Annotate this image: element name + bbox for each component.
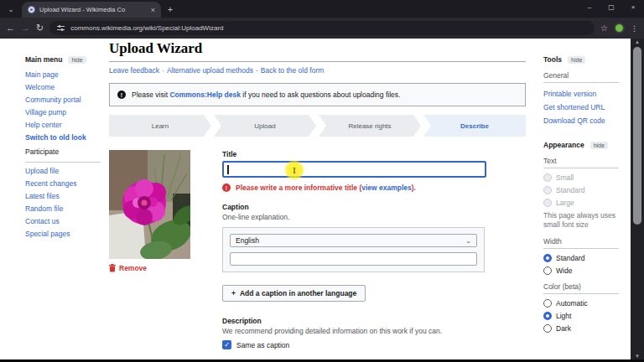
appearance-hide-button[interactable]: hide (590, 142, 608, 149)
sidebar-item-latest-files[interactable]: Latest files (25, 190, 106, 203)
step-upload[interactable]: Upload (214, 115, 316, 137)
url-bar[interactable]: commons.wikimedia.org/wiki/Special:Uploa… (49, 21, 595, 35)
sidebar-divider (25, 162, 101, 163)
back-to-old-form-link[interactable]: Back to the old form (261, 66, 325, 75)
browser-tab[interactable]: Upload Wizard - Wikimedia Co × (22, 2, 161, 18)
tab-close-icon[interactable]: × (151, 6, 155, 14)
wikimedia-favicon-icon (28, 6, 35, 13)
error-text: Please write a more informative title (v… (236, 184, 416, 192)
main-menu-hide-button[interactable]: hide (68, 56, 86, 64)
ibeam-cursor-icon: I (293, 166, 295, 175)
sidebar-item-village-pump[interactable]: Village pump (25, 106, 106, 119)
help-desk-link[interactable]: Commons:Help desk (169, 90, 241, 99)
vertical-scrollbar[interactable]: ▲ ▼ (631, 39, 644, 359)
reload-button[interactable]: ↻ (36, 23, 44, 33)
caption-help: One-line explanation. (222, 213, 486, 221)
caption-panel: English ⌄ (222, 227, 485, 272)
chevron-down-icon: ⌄ (465, 237, 471, 245)
width-option-standard[interactable]: Standard (543, 253, 627, 262)
view-examples-link[interactable]: view examples (361, 184, 412, 192)
sidebar-item-community-portal[interactable]: Community portal (25, 94, 106, 106)
radio-width-standard[interactable] (543, 254, 552, 262)
screen: ⌄ Upload Wizard - Wikimedia Co × + – ▢ ×… (0, 0, 644, 362)
describe-form: Title I ! Please write a more informativ… (222, 150, 486, 359)
title-input[interactable]: I (222, 161, 486, 178)
main-menu-title: Main menu (25, 55, 62, 64)
window-controls: – ▢ × (579, 0, 644, 13)
scrollbar-thumb[interactable] (633, 47, 641, 225)
sidebar-item-switch-old-look[interactable]: Switch to old look (25, 132, 106, 144)
sidebar-item-welcome[interactable]: Welcome (25, 81, 106, 94)
main-column: Upload Wizard Leave feedback·Alternative… (109, 40, 526, 359)
maximize-button[interactable]: ▢ (600, 0, 622, 13)
caption-language-select[interactable]: English ⌄ (230, 234, 477, 247)
appearance-section-color: Color (beta) (543, 282, 619, 294)
text-size-note: This page always uses small font size (543, 211, 615, 230)
color-option-automatic[interactable]: Automatic (543, 298, 627, 308)
step-describe[interactable]: Describe (423, 115, 526, 137)
error-text-pre: Please write a more informative title ( (236, 184, 361, 192)
new-tab-button[interactable]: + (161, 4, 179, 14)
download-qr-code-link[interactable]: Download QR code (543, 114, 627, 127)
trash-icon (109, 264, 116, 272)
browser-menu-icon[interactable]: ⋮ (631, 24, 638, 33)
tab-search-button[interactable]: ⌄ (0, 0, 22, 18)
close-button[interactable]: × (622, 0, 644, 13)
text-size-option-small: Small (543, 173, 627, 182)
radio-color-light[interactable] (543, 312, 552, 320)
sidebar-item-recent-changes[interactable]: Recent changes (25, 178, 106, 190)
notice-text-pre: Please visit (132, 90, 168, 99)
minimize-button[interactable]: – (579, 0, 600, 13)
radio-width-wide[interactable] (543, 266, 552, 275)
radio-color-dark[interactable] (543, 324, 552, 333)
printable-version-link[interactable]: Printable version (543, 87, 627, 101)
color-option-light[interactable]: Light (543, 311, 627, 320)
text-size-option-large: Large (543, 198, 627, 207)
radio-width-wide-label: Wide (556, 266, 572, 275)
left-sidebar: Main menu hide Main page Welcome Communi… (25, 55, 106, 240)
step-learn[interactable]: Learn (109, 115, 211, 137)
subnav: Leave feedback·Alternative upload method… (109, 66, 526, 75)
get-shortened-url-link[interactable]: Get shortened URL (543, 101, 627, 114)
sidebar-item-upload-file[interactable]: Upload file (25, 165, 106, 178)
profile-avatar[interactable] (614, 23, 625, 34)
flower-thumbnail-image (109, 150, 190, 259)
step-release-rights[interactable]: Release rights (319, 115, 421, 137)
radio-standard-text (543, 186, 552, 194)
tools-hide-button[interactable]: hide (568, 56, 585, 64)
leave-feedback-link[interactable]: Leave feedback (109, 66, 159, 75)
right-sidebar: Tools hide General Printable version Get… (543, 55, 627, 336)
width-option-wide[interactable]: Wide (543, 266, 627, 275)
bookmark-star-icon[interactable]: ☆ (600, 23, 608, 33)
color-option-dark[interactable]: Dark (543, 323, 627, 333)
error-icon: ! (222, 184, 231, 192)
sidebar-item-random-file[interactable]: Random file (25, 203, 106, 215)
info-icon: ! (117, 90, 126, 99)
alternative-upload-methods-link[interactable]: Alternative upload methods (167, 66, 253, 75)
remove-button[interactable]: Remove (109, 264, 190, 272)
tab-strip: ⌄ Upload Wizard - Wikimedia Co × + – ▢ × (0, 0, 644, 18)
back-button[interactable]: ← (6, 23, 15, 33)
caption-input[interactable] (230, 252, 477, 266)
sidebar-item-special-pages[interactable]: Special pages (25, 228, 106, 240)
sidebar-item-help-center[interactable]: Help center (25, 119, 106, 132)
scroll-up-icon[interactable]: ▲ (631, 39, 644, 44)
scroll-down-icon[interactable]: ▼ (631, 354, 644, 359)
description-label: Description (222, 317, 486, 325)
text-caret (227, 165, 229, 174)
radio-width-standard-label: Standard (556, 254, 585, 262)
same-as-caption-checkbox[interactable]: ✓ (222, 340, 231, 349)
page-title: Upload Wizard (109, 40, 526, 62)
radio-large-label: Large (556, 199, 574, 207)
caption-label: Caption (222, 203, 486, 211)
forward-button: → (21, 23, 30, 33)
tools-title: Tools (543, 55, 562, 64)
add-caption-button[interactable]: + Add a caption in another language (222, 285, 366, 302)
remove-label: Remove (119, 264, 147, 272)
browser-toolbar: ← → ↻ commons.wikimedia.org/wiki/Special… (0, 18, 644, 39)
radio-color-automatic[interactable] (543, 299, 552, 308)
language-selected-value: English (236, 236, 465, 245)
title-label: Title (222, 150, 486, 158)
sidebar-item-contact-us[interactable]: Contact us (25, 215, 106, 228)
sidebar-item-main-page[interactable]: Main page (25, 69, 106, 81)
